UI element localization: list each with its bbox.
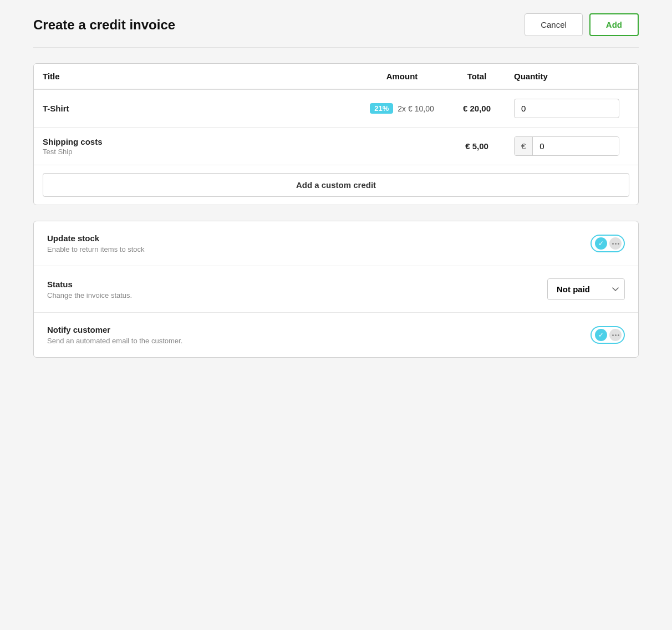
page-title: Create a credit invoice [33, 17, 175, 33]
toggle-track: ✓ [590, 235, 625, 252]
table-row: T-Shirt 21% 2x € 10,00 € 20,00 [34, 90, 638, 128]
settings-row-status: Status Change the invoice status. Not pa… [34, 266, 638, 313]
tax-badge-tshirt: 21% [370, 103, 393, 114]
total-cell-shipping: € 5,00 [446, 141, 507, 151]
add-custom-row: Add a custom credit [34, 165, 638, 205]
toggle-dots-icon [609, 237, 622, 250]
quantity-input-tshirt[interactable] [514, 99, 619, 118]
item-title-shipping: Shipping costs Test Ship [43, 137, 358, 156]
item-title-tshirt: T-Shirt [43, 104, 358, 113]
dot [612, 243, 614, 245]
col-total: Total [446, 72, 507, 81]
toggle-track-notify: ✓ [590, 326, 625, 344]
settings-label-update-stock: Update stock Enable to return items to s… [47, 233, 145, 253]
quantity-prefix-input-shipping: € [514, 136, 619, 156]
table-header: Title Amount Total Quantity [34, 64, 638, 90]
toggle-notify-customer[interactable]: ✓ [590, 326, 625, 344]
toggle-check-icon-notify: ✓ [595, 329, 607, 341]
add-button[interactable]: Add [589, 13, 639, 36]
settings-row-update-stock: Update stock Enable to return items to s… [34, 221, 638, 266]
dot [618, 334, 619, 336]
dot [618, 243, 619, 245]
cancel-button[interactable]: Cancel [525, 13, 583, 36]
col-title: Title [43, 72, 358, 81]
amount-cell-tshirt: 21% 2x € 10,00 [358, 103, 446, 114]
dot [615, 243, 617, 245]
toggle-dots-icon-notify [609, 329, 622, 341]
settings-card: Update stock Enable to return items to s… [33, 221, 639, 358]
col-quantity: Quantity [507, 72, 629, 81]
quantity-input-shipping[interactable] [533, 137, 619, 155]
col-amount: Amount [358, 72, 446, 81]
currency-prefix: € [515, 137, 533, 155]
add-custom-credit-button[interactable]: Add a custom credit [43, 173, 629, 197]
quantity-cell-shipping: € [507, 136, 629, 156]
status-select[interactable]: Not paid Paid Pending [547, 278, 625, 300]
quantity-cell-tshirt [507, 99, 629, 118]
dot [615, 334, 617, 336]
toggle-update-stock[interactable]: ✓ [590, 235, 625, 252]
amount-text-tshirt: 2x € 10,00 [398, 104, 434, 113]
table-row: Shipping costs Test Ship € 5,00 € [34, 128, 638, 165]
total-cell-tshirt: € 20,00 [446, 104, 507, 113]
settings-label-notify-customer: Notify customer Send an automated email … [47, 325, 182, 345]
settings-label-status: Status Change the invoice status. [47, 280, 132, 299]
page-header: Create a credit invoice Cancel Add [33, 13, 639, 48]
toggle-check-icon: ✓ [595, 237, 607, 250]
settings-row-notify-customer: Notify customer Send an automated email … [34, 313, 638, 357]
items-table-card: Title Amount Total Quantity T-Shirt 21% … [33, 63, 639, 205]
header-actions: Cancel Add [525, 13, 639, 36]
dot [612, 334, 614, 336]
